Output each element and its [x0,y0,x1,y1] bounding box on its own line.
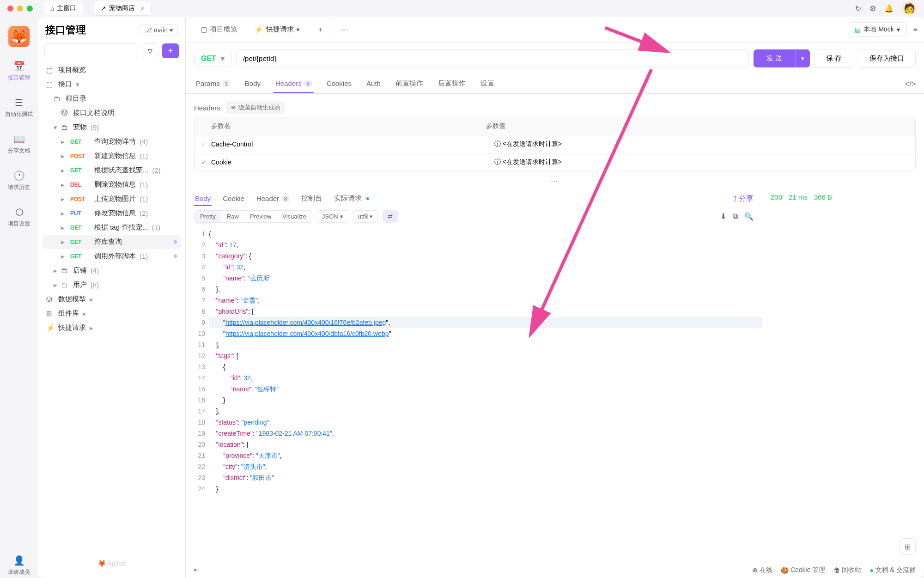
rail-label: 分享文档 [8,147,30,155]
close-tab-icon[interactable]: × [140,5,144,12]
rtab-headers[interactable]: Headers8 [274,75,314,93]
environment-selector[interactable]: ▤本地 Mock▾ [848,22,906,37]
rail-label: 请求历史 [8,183,30,191]
close-window-icon[interactable] [7,6,13,12]
tree-doc-intro[interactable]: Ⓜ接口文档说明 [43,106,181,120]
maximize-window-icon[interactable] [27,6,33,12]
footer-recycle[interactable]: 🗑回收站 [833,566,861,574]
status-code: 200 [771,193,782,201]
tree-components[interactable]: ⊞组件库 ▸ [43,306,181,321]
rail-share-docs[interactable]: 📖 分享文档 [6,131,32,157]
share-button[interactable]: ⤴分享 [733,194,754,204]
rail-api-management[interactable]: 📅 接口管理 [6,58,32,84]
tree-endpoint[interactable]: ▸DEL删除宠物信息(1) [43,177,181,192]
rtab-cookies[interactable]: Cookies [325,75,353,93]
tree-endpoint[interactable]: ▸POST新建宠物信息(1) [43,149,181,163]
rtab-settings[interactable]: 设置 [479,74,496,93]
footer-docs[interactable]: ●文档 & 交流群 [869,566,916,574]
add-button[interactable]: + [162,43,179,58]
folder-icon: 🗀 [54,95,62,103]
tab-new[interactable]: + [308,19,333,40]
rtab-pre[interactable]: 前置操作 [394,74,425,93]
response-body-editor[interactable]: 123456789101112131415161718192021222324 … [186,226,762,562]
minimize-window-icon[interactable] [17,6,23,12]
resp-tab-actual[interactable]: 实际请求 [333,191,370,207]
info-icon: ⓘ [494,140,503,147]
collapse-icon[interactable]: ⇤ [194,566,200,573]
send-button[interactable]: 发 送 [754,49,795,67]
search-icon[interactable]: 🔍 [744,212,754,221]
tree-endpoint[interactable]: ▸GET查询宠物详情(4) [43,134,181,149]
brand-footer: 🦊 Apifox [43,555,181,572]
avatar[interactable]: 🧑 [902,1,917,16]
rtab-post[interactable]: 后置操作 [436,74,468,93]
view-preview[interactable]: Preview [244,211,277,222]
send-dropdown[interactable]: ▾ [795,49,810,67]
tree-data-model[interactable]: ⛁数据模型 ▸ [43,292,181,306]
tree-folder-user[interactable]: ▸ 🗀用户(8) [43,278,181,292]
filter-button[interactable]: ▽ [142,43,158,58]
download-icon[interactable]: ⬇ [720,212,726,221]
wrap-button[interactable]: ⇄ [383,210,398,223]
check-icon[interactable]: ✓ [201,158,211,166]
method-selector[interactable]: GET▾ [194,50,231,67]
window-tab-main[interactable]: ⌂ 主窗口 [44,1,83,15]
tree-endpoint[interactable]: ▸GET根据状态查找宠...(2) [43,163,181,177]
rtab-auth[interactable]: Auth [365,75,383,93]
format-selector[interactable]: JSON▾ [317,210,348,223]
bell-icon[interactable]: 🔔 [884,4,894,13]
resp-tab-console[interactable]: 控制台 [300,191,323,207]
resp-tab-body[interactable]: Body [194,192,212,206]
save-button[interactable]: 保 存 [815,49,853,68]
search-input[interactable] [44,43,138,58]
tree-folder-pet[interactable]: ▾ 🗀宠物(9) [43,120,181,134]
refresh-icon[interactable]: ↻ [855,4,861,13]
tree-project-overview[interactable]: ▢项目概览 [43,63,181,77]
tab-label: 主窗口 [57,4,76,12]
save-as-button[interactable]: 保存为接口 [858,49,916,68]
resize-handle[interactable]: ⋯ [186,176,924,187]
layout-toggle-button[interactable]: ⊞ [899,538,916,555]
settings-gear-icon[interactable]: ⚙ [869,4,876,13]
resp-tab-header[interactable]: Header8 [255,192,290,206]
resp-tab-cookie[interactable]: Cookie [222,192,245,206]
tree-api-root[interactable]: ⬚接口 ▾ [43,77,181,91]
rail-history[interactable]: 🕐 请求历史 [6,168,32,193]
code-icon[interactable]: </> [905,80,916,88]
rtab-params[interactable]: Params1 [194,75,232,93]
footer-cookie[interactable]: 🍪Cookie 管理 [781,566,825,574]
method-badge: GET [70,225,91,231]
copy-icon[interactable]: ⧉ [733,212,738,221]
tree-endpoint[interactable]: ▸PUT修改宠物信息(2) [43,206,181,220]
tree-endpoint[interactable]: ▸POST上传宠物图片(1) [43,192,181,206]
view-raw[interactable]: Raw [221,211,244,222]
branch-selector[interactable]: ⎇ main ▾ [140,24,178,36]
header-row[interactable]: ✓ Cache-Control ⓘ <在发送请求时计算> [195,135,915,153]
tree-endpoint[interactable]: ▸GET根据 tag 查找宠...(1) [43,220,181,235]
tab-project-overview[interactable]: ▢项目概览 [192,18,246,40]
tree-quick-request[interactable]: ⚡快捷请求 ▸ [43,321,181,335]
rtab-body[interactable]: Body [243,75,262,93]
hide-autogen-button[interactable]: 👁隐藏自动生成的 [226,101,285,114]
check-icon[interactable]: ✓ [201,140,211,148]
markdown-icon: Ⓜ [61,109,69,117]
rail-project-settings[interactable]: ⬡ 项目设置 [6,204,32,230]
app-logo[interactable]: 🦊 [8,26,30,47]
tree-root-dir[interactable]: 🗀根目录 [43,91,181,106]
footer-online[interactable]: ⊕在线 [752,566,772,574]
tab-quick-request[interactable]: ⚡快捷请求 [246,18,308,40]
header-row[interactable]: ✓ Cookie ⓘ <在发送请求时计算> [195,153,915,171]
tree-endpoint[interactable]: ▸GET调用外部脚本(1) [43,249,181,263]
tab-more[interactable]: ⋯ [333,19,357,40]
rail-automation[interactable]: ☰ 自动化测试 [3,95,35,120]
url-input[interactable] [236,49,749,67]
view-visualize[interactable]: Visualize [277,211,312,222]
menu-icon[interactable]: ≡ [913,25,918,34]
view-pretty[interactable]: Pretty [195,211,221,222]
window-tab-petstore[interactable]: ↗ 宠物商店 × [94,1,151,16]
tree-endpoint[interactable]: ▸GET跨库查询 [43,235,181,249]
env-icon: ▤ [855,26,861,33]
tree-folder-shop[interactable]: ▸ 🗀店铺(4) [43,263,181,278]
encoding-selector[interactable]: utf8▾ [353,210,378,223]
rail-invite[interactable]: 👤 邀请成员 [6,553,32,578]
